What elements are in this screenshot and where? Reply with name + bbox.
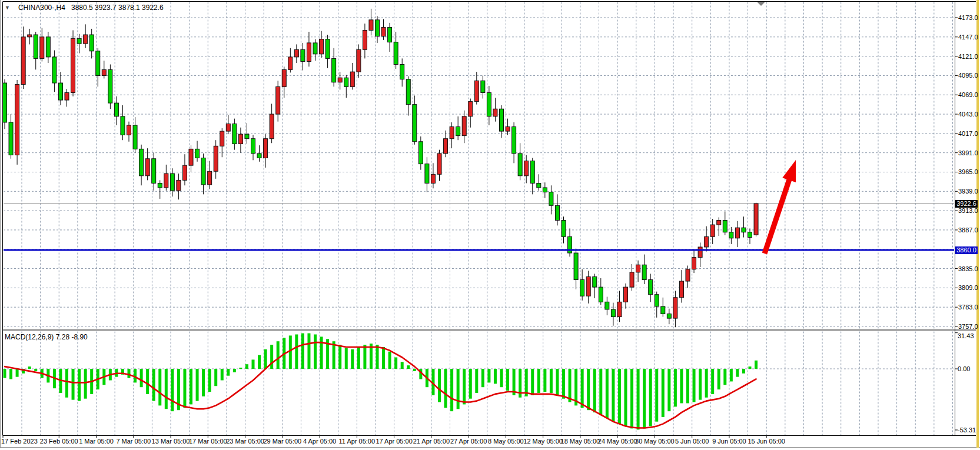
time-tick-label: 17 Apr 05:00 [376,438,412,445]
time-tick-label: 9 Jun 05:00 [712,438,746,445]
level-price-marker: 3860.0 [955,246,978,254]
window-bottom-border [0,447,980,448]
price-tick-label: 3809.0 [958,284,978,291]
price-tick-label: 4017.0 [958,130,978,137]
time-tick-label: 4 Apr 05:00 [303,438,336,445]
macd-indicator-label: MACD(12,26,9) 7.28 -8.90 [5,333,88,341]
time-tick-label: 13 Mar 05:00 [152,438,190,445]
symbol-period-label: CHINA300-,H4 [18,4,65,12]
price-tick-label: 3965.0 [958,168,978,175]
price-tick-label: 3887.0 [958,226,978,234]
time-tick-label: 12 May 05:00 [523,438,563,445]
time-tick-label: 11 Apr 05:00 [339,438,376,445]
mt4-chart-window: { "window": { "title_symbol": "CHINA300-… [0,0,980,450]
time-tick-label: 24 May 05:00 [598,438,637,445]
price-tick-label: 3939.0 [958,188,978,195]
price-tick-label: 3991.0 [958,149,978,156]
price-tick-label: 4043.0 [958,111,978,118]
time-tick-label: 23 Mar 05:00 [226,438,264,445]
time-tick-label: 8 May 05:00 [488,438,524,445]
chart-title: ▼ CHINA300-,H4 3880.5 3923.7 3878.1 3922… [5,4,164,12]
time-tick-label: 29 Mar 05:00 [263,438,301,445]
time-tick-label: 17 Mar 05:00 [189,438,227,445]
time-tick-label: 17 Feb 2023 [1,438,38,445]
time-tick-label: 30 May 05:00 [635,438,675,445]
time-tick-label: 1 Mar 05:00 [79,438,114,445]
time-tick-label: 18 May 05:00 [561,438,600,445]
price-tick-label: 3783.0 [958,304,978,311]
macd-values: 7.28 -8.90 [56,333,88,341]
price-tick-label: 4173.0 [958,14,978,21]
time-tick-label: 21 Apr 05:00 [413,438,450,445]
price-tick-label: 4069.0 [958,91,978,98]
time-tick-label: 15 Jun 05:00 [748,438,785,445]
time-tick-label: 7 Mar 05:00 [116,438,151,445]
macd-scale-zero: 0.00 [958,365,970,372]
macd-scale-min: -53.31 [958,426,976,434]
current-price-marker: 3922.6 [955,200,978,208]
macd-scale-max: 31.43 [958,332,974,339]
window-left-border [0,0,1,448]
chevron-down-icon[interactable]: ▼ [5,5,10,11]
chart-canvas[interactable] [0,0,980,450]
ohlc-readout: 3880.5 3923.7 3878.1 3922.6 [71,4,164,12]
price-tick-label: 4095.0 [958,72,978,79]
price-tick-label: 4121.0 [958,53,978,60]
price-tick-label: 3757.0 [958,323,978,330]
price-tick-label: 4147.0 [958,34,978,41]
time-tick-label: 23 Feb 05:00 [40,438,78,445]
time-tick-label: 5 Jun 05:00 [675,438,709,445]
price-tick-label: 3913.0 [958,207,978,214]
time-tick-label: 27 Apr 05:00 [450,438,487,445]
macd-name: MACD(12,26,9) [5,333,54,341]
price-tick-label: 3835.0 [958,265,978,272]
window-right-highlight [976,0,979,448]
